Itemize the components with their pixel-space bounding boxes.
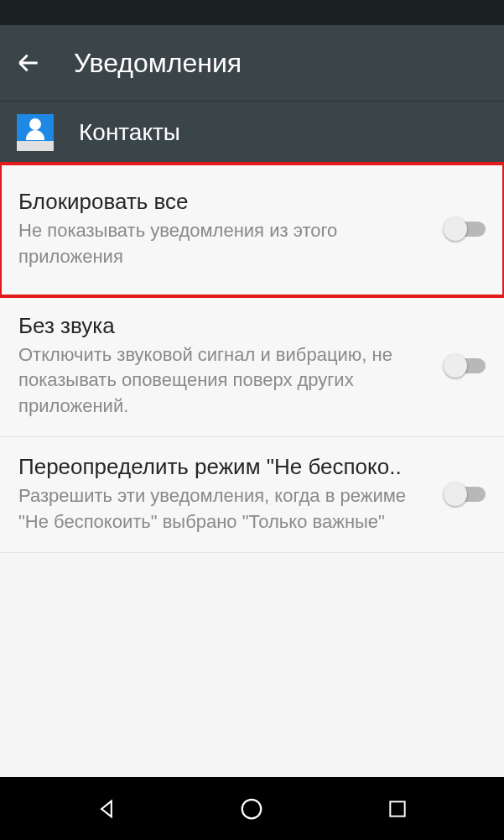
toggle-knob	[444, 354, 467, 378]
setting-text: Переопределить режим "Не беспоко.. Разре…	[18, 454, 445, 535]
setting-desc: Не показывать уведомления из этого прило…	[18, 218, 435, 270]
toggle-knob	[444, 483, 467, 506]
page-title: Уведомления	[74, 48, 242, 79]
nav-home-icon[interactable]	[235, 792, 268, 826]
app-section: Контакты	[0, 101, 504, 164]
setting-desc: Разрешить эти уведомления, когда в режим…	[18, 483, 435, 535]
setting-override-dnd[interactable]: Переопределить режим "Не беспоко.. Разре…	[0, 437, 504, 553]
setting-block-all[interactable]: Блокировать все Не показывать уведомлени…	[0, 164, 504, 296]
contacts-app-icon	[17, 114, 54, 151]
status-bar	[0, 0, 504, 25]
navigation-bar	[0, 777, 504, 840]
setting-title: Без звука	[18, 313, 435, 339]
toggle-switch[interactable]	[445, 487, 486, 502]
nav-recent-icon[interactable]	[381, 792, 414, 826]
setting-text: Без звука Отключить звуковой сигнал и ви…	[18, 313, 445, 420]
settings-list: Блокировать все Не показывать уведомлени…	[0, 164, 504, 553]
setting-text: Блокировать все Не показывать уведомлени…	[18, 189, 445, 270]
setting-desc: Отключить звуковой сигнал и вибрацию, не…	[18, 342, 435, 420]
header: Уведомления	[0, 25, 504, 101]
setting-title: Блокировать все	[18, 189, 435, 215]
toggle-switch[interactable]	[445, 358, 486, 373]
svg-point-0	[242, 799, 262, 818]
app-name: Контакты	[79, 119, 180, 146]
toggle-switch[interactable]	[445, 222, 486, 237]
setting-no-sound[interactable]: Без звука Отключить звуковой сигнал и ви…	[0, 296, 504, 437]
back-arrow-icon[interactable]	[15, 50, 42, 76]
toggle-knob	[444, 217, 467, 241]
setting-title: Переопределить режим "Не беспоко..	[18, 454, 435, 480]
nav-back-icon[interactable]	[90, 792, 123, 826]
svg-rect-1	[390, 801, 404, 816]
